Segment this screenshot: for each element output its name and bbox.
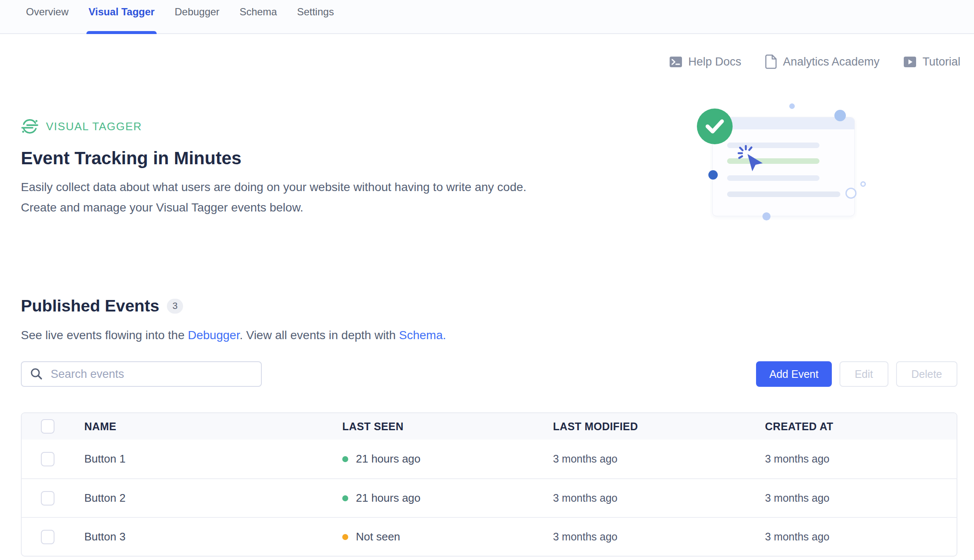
- created-at-value: 3 months ago: [765, 453, 957, 465]
- row-checkbox-cell: [22, 530, 84, 544]
- row-checkbox-cell: [22, 452, 84, 466]
- help-docs-label: Help Docs: [688, 55, 742, 69]
- events-toolbar: Add Event Edit Delete: [21, 361, 957, 387]
- last-seen-value: 21 hours ago: [356, 491, 421, 505]
- status-dot: [342, 495, 348, 501]
- visual-tagger-page: Overview Visual Tagger Debugger Schema S…: [0, 0, 974, 560]
- published-events-table: NAME LAST SEEN LAST MODIFIED CREATED AT …: [21, 412, 957, 557]
- tutorial-label: Tutorial: [922, 55, 960, 69]
- row-checkbox[interactable]: [41, 491, 54, 506]
- illustration-card-header: [713, 117, 854, 129]
- top-nav: Overview Visual Tagger Debugger Schema S…: [0, 0, 974, 34]
- delete-button[interactable]: Delete: [896, 361, 957, 387]
- subtext-part2: . View all events in depth with: [240, 329, 399, 342]
- schema-link[interactable]: Schema.: [399, 329, 446, 342]
- illustration-text-line: [727, 191, 840, 197]
- illustration-dot: [762, 212, 771, 220]
- row-checkbox-cell: [22, 491, 84, 506]
- analytics-academy-link[interactable]: Analytics Academy: [765, 54, 879, 69]
- subtext-part1: See live events flowing into the: [21, 329, 188, 342]
- illustration-small-ring: [860, 181, 866, 187]
- video-play-icon: [903, 55, 917, 69]
- table-row[interactable]: Button 2 21 hours ago 3 months ago 3 mon…: [22, 478, 957, 517]
- row-checkbox[interactable]: [41, 452, 54, 466]
- illustration-circle-outline: [845, 188, 857, 199]
- event-name: Button 1: [84, 452, 342, 466]
- event-name: Button 3: [84, 530, 342, 543]
- published-events-header: Published Events 3: [21, 297, 183, 315]
- action-buttons: Add Event Edit Delete: [756, 361, 957, 387]
- table-header-row: NAME LAST SEEN LAST MODIFIED CREATED AT: [22, 413, 957, 440]
- hero-description-line1: Easily collect data about what users are…: [21, 180, 527, 194]
- row-checkbox[interactable]: [41, 530, 54, 544]
- visual-tagger-eyebrow: VISUAL TAGGER: [21, 117, 142, 135]
- eyebrow-label: VISUAL TAGGER: [46, 120, 142, 133]
- page-title: Event Tracking in Minutes: [21, 148, 241, 169]
- check-circle-icon: [697, 109, 733, 144]
- tab-debugger[interactable]: Debugger: [175, 0, 219, 33]
- last-modified-value: 3 months ago: [553, 453, 765, 465]
- column-header-created-at: CREATED AT: [765, 420, 957, 433]
- select-all-checkbox[interactable]: [41, 419, 54, 434]
- tab-schema[interactable]: Schema: [240, 0, 277, 33]
- published-events-subtext: See live events flowing into the Debugge…: [21, 329, 446, 342]
- terminal-icon: [669, 55, 682, 69]
- published-events-title: Published Events: [21, 297, 159, 315]
- help-docs-link[interactable]: Help Docs: [669, 55, 742, 69]
- hero-description-line2: Create and manage your Visual Tagger eve…: [21, 201, 304, 214]
- created-at-value: 3 months ago: [765, 531, 957, 543]
- status-dot: [342, 534, 348, 540]
- last-seen-cell: 21 hours ago: [342, 452, 553, 466]
- last-seen-value: Not seen: [356, 530, 400, 543]
- help-links-row: Help Docs Analytics Academy Tutorial: [669, 54, 960, 69]
- event-name: Button 2: [84, 491, 342, 505]
- cursor-click-icon: [735, 144, 767, 180]
- table-row[interactable]: Button 3 Not seen 3 months ago 3 months …: [22, 517, 957, 556]
- column-header-last-seen: LAST SEEN: [342, 420, 553, 433]
- tab-visual-tagger[interactable]: Visual Tagger: [89, 0, 155, 33]
- search-icon: [29, 367, 44, 381]
- published-events-count-badge: 3: [167, 299, 183, 314]
- analytics-academy-label: Analytics Academy: [783, 55, 879, 69]
- illustration-dot: [834, 110, 846, 121]
- tab-settings[interactable]: Settings: [297, 0, 334, 33]
- tab-overview[interactable]: Overview: [26, 0, 69, 33]
- illustration-dot: [708, 170, 718, 180]
- last-modified-value: 3 months ago: [553, 531, 765, 543]
- add-event-button[interactable]: Add Event: [756, 361, 831, 387]
- illustration-dot: [789, 103, 795, 109]
- segment-logo-icon: [21, 117, 39, 135]
- debugger-link[interactable]: Debugger: [188, 329, 239, 342]
- tutorial-link[interactable]: Tutorial: [903, 55, 960, 69]
- column-header-name: NAME: [84, 420, 342, 433]
- last-modified-value: 3 months ago: [553, 492, 765, 504]
- column-header-last-modified: LAST MODIFIED: [553, 420, 765, 433]
- select-all-cell: [22, 419, 84, 434]
- illustration-card: [712, 117, 855, 216]
- status-dot: [342, 456, 348, 462]
- created-at-value: 3 months ago: [765, 492, 957, 504]
- table-row[interactable]: Button 1 21 hours ago 3 months ago 3 mon…: [22, 440, 957, 478]
- edit-button[interactable]: Edit: [839, 361, 888, 387]
- document-icon: [765, 54, 777, 69]
- last-seen-value: 21 hours ago: [356, 452, 421, 466]
- last-seen-cell: 21 hours ago: [342, 491, 553, 505]
- search-input[interactable]: [51, 368, 253, 381]
- hero-illustration: [694, 102, 881, 230]
- last-seen-cell: Not seen: [342, 530, 553, 543]
- search-box[interactable]: [21, 361, 262, 387]
